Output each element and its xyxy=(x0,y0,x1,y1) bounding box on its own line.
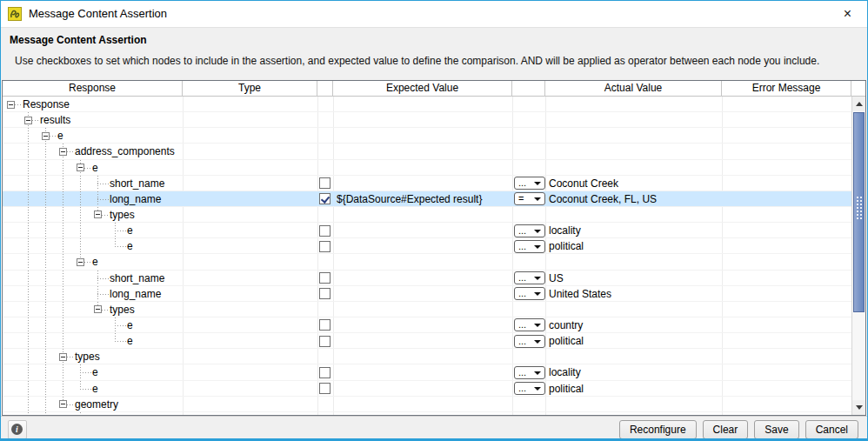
tree-expand-toggle[interactable] xyxy=(59,353,67,361)
operator-dropdown[interactable]: ... xyxy=(514,366,545,379)
operator-dropdown[interactable]: ... xyxy=(514,224,545,237)
tree-guide-line xyxy=(45,286,46,301)
table-row[interactable]: address_components xyxy=(3,144,851,159)
arrow-down-icon xyxy=(856,405,863,410)
scrollbar-thumb[interactable] xyxy=(853,112,865,312)
tree-expand-toggle[interactable] xyxy=(42,132,50,140)
table-row[interactable]: short_name...Coconut Creek xyxy=(3,176,851,191)
tree-guide-line xyxy=(115,325,126,326)
node-checkbox[interactable] xyxy=(319,177,331,189)
node-checkbox[interactable] xyxy=(319,193,331,204)
tree-expand-toggle[interactable] xyxy=(24,117,32,124)
info-button[interactable]: i xyxy=(8,420,27,439)
node-checkbox[interactable] xyxy=(319,336,331,347)
tree-expand-toggle[interactable] xyxy=(59,148,67,156)
table-row[interactable]: results xyxy=(3,112,851,128)
tree-guide-line xyxy=(63,254,63,269)
table-row[interactable] xyxy=(3,412,851,415)
tree-guide-line xyxy=(45,191,46,206)
node-checkbox[interactable] xyxy=(319,272,331,284)
column-header-error-message[interactable]: Error Message xyxy=(722,81,851,97)
tree-expand-toggle[interactable] xyxy=(94,305,102,313)
operator-value: ... xyxy=(518,241,526,252)
table-row[interactable]: long_name...United States xyxy=(3,286,851,302)
node-label: e xyxy=(92,381,98,396)
tree-guide-line xyxy=(115,238,116,246)
tree-guide-line xyxy=(97,191,98,199)
node-checkbox[interactable] xyxy=(319,319,331,331)
save-button[interactable]: Save xyxy=(754,420,798,439)
tree-guide-line xyxy=(97,199,109,200)
column-header-response[interactable]: Response xyxy=(3,81,183,97)
column-header-expected-value[interactable]: Expected Value xyxy=(333,81,512,97)
tree-expand-toggle[interactable] xyxy=(7,101,15,109)
operator-dropdown[interactable]: = xyxy=(514,192,545,205)
operator-dropdown[interactable]: ... xyxy=(514,177,545,190)
chevron-down-icon xyxy=(534,387,541,391)
operator-dropdown[interactable]: ... xyxy=(514,335,545,348)
operator-dropdown[interactable]: ... xyxy=(514,318,545,331)
tree-guide-line xyxy=(28,397,29,411)
tree-guide-line xyxy=(28,286,29,301)
tree-guide-line xyxy=(115,231,126,231)
operator-value: ... xyxy=(518,367,526,378)
tree-guide-line xyxy=(115,317,116,325)
table-row[interactable]: e...political xyxy=(3,381,851,397)
table-row[interactable]: e xyxy=(3,254,851,270)
actual-value-text: political xyxy=(549,238,584,253)
operator-value: ... xyxy=(518,288,526,299)
operator-dropdown[interactable]: ... xyxy=(514,382,545,395)
table-row[interactable]: e...political xyxy=(3,333,851,349)
node-checkbox[interactable] xyxy=(319,367,331,378)
column-header-operator[interactable] xyxy=(512,81,545,97)
column-header-actual-value[interactable]: Actual Value xyxy=(545,81,722,97)
table-row[interactable]: e...locality xyxy=(3,364,851,380)
operator-dropdown[interactable]: ... xyxy=(514,240,545,253)
tree-expand-toggle[interactable] xyxy=(77,164,84,171)
table-row[interactable]: e xyxy=(3,160,851,176)
node-label: e xyxy=(127,223,133,237)
tree-expand-toggle[interactable] xyxy=(59,400,67,408)
close-icon[interactable]: × xyxy=(828,1,867,27)
info-icon: i xyxy=(11,424,23,435)
table-row[interactable]: e xyxy=(3,128,851,144)
node-checkbox[interactable] xyxy=(319,288,331,299)
tree-guide-line xyxy=(80,207,81,222)
tree-guide-line xyxy=(28,128,29,143)
vertical-scrollbar[interactable] xyxy=(851,97,865,415)
column-header-type[interactable]: Type xyxy=(183,81,317,97)
column-header-checkbox[interactable] xyxy=(317,81,333,97)
table-row[interactable]: e...locality xyxy=(3,223,851,238)
tree-guide-line xyxy=(45,223,46,237)
node-checkbox[interactable] xyxy=(319,383,331,394)
table-row[interactable]: types xyxy=(3,207,851,223)
operator-dropdown[interactable]: ... xyxy=(514,271,545,284)
cancel-button[interactable]: Cancel xyxy=(805,420,858,439)
table-row[interactable]: types xyxy=(3,302,851,317)
table-row[interactable]: e...political xyxy=(3,238,851,254)
tree-guide-line xyxy=(63,238,63,253)
tree-guide-line xyxy=(97,286,98,294)
clear-button[interactable]: Clear xyxy=(703,420,749,439)
operator-dropdown[interactable]: ... xyxy=(514,287,545,300)
node-checkbox[interactable] xyxy=(319,241,331,252)
tree-guide-line xyxy=(80,381,81,389)
tree-guide-line xyxy=(97,271,98,278)
reconfigure-button[interactable]: Reconfigure xyxy=(619,420,697,439)
chevron-down-icon xyxy=(534,182,541,185)
tree-expand-toggle[interactable] xyxy=(94,210,102,218)
tree-guide-line xyxy=(45,412,46,415)
node-checkbox[interactable] xyxy=(319,225,331,237)
scroll-up-button[interactable] xyxy=(852,97,865,111)
scroll-down-button[interactable] xyxy=(852,400,865,415)
table-row[interactable]: types xyxy=(3,349,851,364)
table-row[interactable]: short_name...US xyxy=(3,271,851,286)
tree-guide-line xyxy=(45,317,46,332)
table-row[interactable]: Response xyxy=(3,97,851,112)
tree-guide-line xyxy=(28,254,29,269)
node-label: e xyxy=(57,128,63,143)
tree-expand-toggle[interactable] xyxy=(77,258,84,266)
table-row[interactable]: e...country xyxy=(3,317,851,333)
table-row[interactable]: geometry xyxy=(3,397,851,412)
table-row[interactable]: long_name${DataSource#Expected result}=C… xyxy=(3,191,851,207)
